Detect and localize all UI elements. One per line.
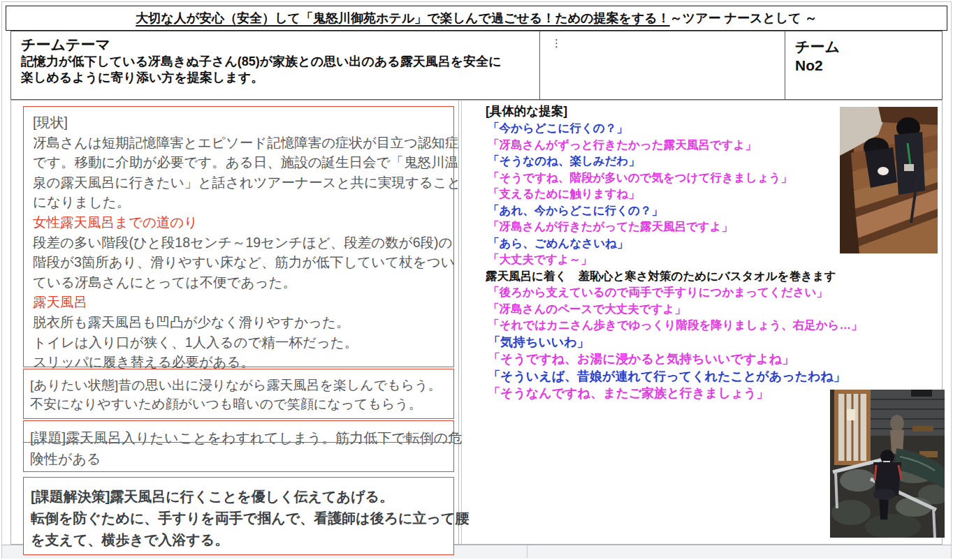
vertical-dots: ⋮ bbox=[551, 38, 562, 47]
text-line: 脱衣所も露天風呂も凹凸が少なく滑りやすかった。 bbox=[33, 312, 453, 332]
text-line: 泉の露天風呂に行きたい」と話されツアーナースと共に実現すること bbox=[33, 172, 453, 193]
text-line: トイレは入り口が狭く、1人入るので精一杯だった。 bbox=[33, 332, 453, 353]
column-divider bbox=[458, 100, 459, 545]
solution-box: [課題解決策]露天風呂に行くことを優しく伝えてあげる。転倒を防ぐために、手すりを… bbox=[23, 477, 454, 555]
slide-title-bar: 大切な人が安心（安全）して「鬼怒川御苑ホテル」で楽しんで過ごせる！ための提案をす… bbox=[6, 6, 947, 31]
onsen-photo-graphic bbox=[830, 390, 945, 538]
dialogue-list: 「今からどこに行くの？」「冴島さんがずっと行きたかった露天風呂ですよ」「そうなの… bbox=[486, 120, 838, 402]
text-line: 冴島さんは短期記憶障害とエピソード記憶障害の症状が目立つ認知症 bbox=[33, 133, 453, 153]
current-state-box: [現状]冴島さんは短期記憶障害とエピソード記憶障害の症状が目立つ認知症です。移動… bbox=[23, 106, 454, 367]
text-line: 記憶力が低下している冴島きぬ子さん(85)が家族との思い出のある露天風呂を安全に bbox=[21, 54, 530, 70]
text-line: 「気持ちいいわ」 bbox=[486, 334, 838, 351]
text-line: 「そうですね、階段が多いので気をつけて行きましょう」 bbox=[486, 170, 838, 186]
proposal-panel: [具体的な提案] 「今からどこに行くの？」「冴島さんがずっと行きたかった露天風呂… bbox=[486, 103, 838, 402]
team-theme-cell: チームテーマ 記憶力が低下している冴島きぬ子さん(85)が家族との思い出のある露… bbox=[10, 31, 540, 100]
desired-state-box: [ありたい状態]昔の思い出に浸りながら露天風呂を楽しんでもらう。不安になりやすい… bbox=[23, 369, 454, 419]
team-theme-description: 記憶力が低下している冴島きぬ子さん(85)が家族との思い出のある露天風呂を安全に… bbox=[21, 54, 530, 86]
column-divider-inner bbox=[461, 100, 462, 545]
slide-title-suffix: ～ツアー ナースとして ～ bbox=[670, 10, 817, 27]
team-theme-label: チームテーマ bbox=[21, 36, 530, 54]
photo-onsen-handrail[interactable] bbox=[830, 390, 945, 538]
issue-box-divider-line bbox=[23, 442, 454, 443]
text-line: 険性がある bbox=[30, 448, 453, 469]
text-line: 転倒を防ぐために、手すりを両手で掴んで、看護師は後ろに立って腰 bbox=[31, 508, 453, 529]
text-line: 女性露天風呂までの道のり bbox=[33, 212, 453, 233]
notes-cell: ⋮ bbox=[539, 31, 785, 100]
text-line: 「そうなのね、楽しみだわ」 bbox=[486, 153, 838, 170]
proposal-heading: [具体的な提案] bbox=[486, 103, 838, 120]
text-line: 「そうですね、お湯に浸かると気持ちいいですよね」 bbox=[486, 351, 838, 368]
team-number: No2 bbox=[795, 56, 932, 75]
photo-stairs-assist[interactable] bbox=[840, 107, 938, 253]
text-line: 「支えるために触りますね」 bbox=[486, 186, 838, 202]
text-line: 露天風呂 bbox=[33, 292, 453, 312]
text-line: 「冴島さんのペースで大丈夫ですよ」 bbox=[486, 301, 838, 318]
text-line: 「それではカニさん歩きでゆっくり階段を降りましょう、右足から…」 bbox=[486, 317, 838, 334]
text-line: 「大丈夫ですよ～」 bbox=[486, 251, 838, 268]
text-line: 露天風呂に着く 羞恥心と寒さ対策のためにバスタオルを巻きます bbox=[486, 268, 838, 285]
text-line: [ありたい状態]昔の思い出に浸りながら露天風呂を楽しんでもらう。 bbox=[30, 376, 453, 395]
text-line: 楽しめるように寄り添い方を提案します。 bbox=[21, 70, 530, 86]
stairs-photo-graphic bbox=[840, 107, 938, 253]
text-line: 「今からどこに行くの？」 bbox=[486, 120, 838, 137]
text-line: [課題解決策]露天風呂に行くことを優しく伝えてあげる。 bbox=[31, 486, 453, 508]
text-line: 段差の多い階段(ひと段18センチ～19センチほど、段差の数が6段)の bbox=[33, 233, 453, 253]
bottom-strip-divider bbox=[527, 545, 528, 558]
text-line: 不安になりやすいため顔がいつも暗いので笑顔になってもらう。 bbox=[30, 395, 453, 413]
slide-title-main: 大切な人が安心（安全）して「鬼怒川御苑ホテル」で楽しんで過ごせる！ための提案をす… bbox=[136, 10, 669, 27]
text-line: 「あれ、今からどこに行くの？」 bbox=[486, 202, 838, 219]
issue-box: [課題]露天風呂入りたいことをわすれてしまう。筋力低下で転倒の危険性がある bbox=[23, 420, 454, 472]
text-line: [課題]露天風呂入りたいことをわすれてしまう。筋力低下で転倒の危 bbox=[30, 427, 453, 448]
text-line: 「あら、ごめんなさいね」 bbox=[486, 235, 838, 252]
text-line: 「そういえば、昔娘が連れて行ってくれたことがあったわね」 bbox=[486, 368, 838, 385]
team-label: チーム bbox=[795, 37, 932, 56]
text-line: になりました。 bbox=[33, 192, 453, 212]
text-line: 「後ろから支えているので両手で手すりにつかまってください」 bbox=[486, 284, 838, 301]
text-line: を支えて、横歩きで入浴する。 bbox=[31, 529, 453, 551]
text-line: 階段が3箇所あり、滑りやすい床など、筋力が低下していて杖をつい bbox=[33, 252, 453, 272]
text-line: 「冴島さんがずっと行きたかった露天風呂ですよ」 bbox=[486, 137, 838, 154]
text-line: 「冴島さんが行きたがってた露天風呂ですよ」 bbox=[486, 219, 838, 235]
text-line: 「そうなんですね、またご家族と行きましょう」 bbox=[486, 385, 838, 402]
text-line: [現状] bbox=[33, 112, 453, 133]
text-line: ている冴島さんにとっては不便であった。 bbox=[33, 272, 453, 293]
text-line: です。移動に介助が必要です。ある日、施設の誕生日会で「鬼怒川温 bbox=[33, 152, 453, 172]
team-number-cell: チーム No2 bbox=[785, 31, 943, 100]
